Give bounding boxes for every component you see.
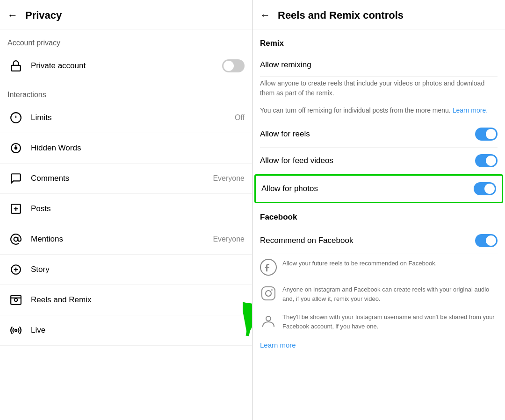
- lock-icon: [7, 57, 24, 74]
- mentions-row[interactable]: Mentions Everyone: [0, 224, 252, 255]
- svg-rect-14: [11, 295, 21, 305]
- recommend-facebook-label: Recommend on Facebook: [260, 236, 475, 245]
- svg-point-6: [14, 147, 18, 150]
- fb-desc3-row: They'll be shown with your Instagram use…: [260, 308, 498, 335]
- story-icon: [7, 261, 24, 278]
- story-label: Story: [31, 265, 245, 274]
- hidden-words-row[interactable]: Hidden Words: [0, 133, 252, 164]
- posts-label: Posts: [31, 204, 245, 214]
- recommend-facebook-row[interactable]: Recommend on Facebook: [260, 228, 498, 254]
- story-row[interactable]: Story: [0, 255, 252, 285]
- reels-icon: [7, 292, 24, 308]
- comments-row[interactable]: Comments Everyone: [0, 164, 252, 194]
- limits-icon: [7, 109, 24, 126]
- svg-rect-20: [262, 287, 275, 300]
- allow-for-photos-toggle[interactable]: [474, 182, 496, 195]
- hidden-words-icon: [7, 140, 24, 157]
- allow-for-photos-label: Allow for photos: [261, 184, 474, 193]
- right-content: Remix Allow remixing Allow anyone to cre…: [252, 29, 505, 355]
- limits-value: Off: [235, 114, 245, 122]
- svg-point-18: [15, 329, 17, 331]
- live-row[interactable]: Live: [0, 315, 252, 346]
- fb-desc2-row: Anyone on Instagram and Facebook can cre…: [260, 280, 498, 308]
- svg-point-22: [271, 289, 273, 291]
- fb-desc2-text: Anyone on Instagram and Facebook can cre…: [282, 285, 498, 303]
- allow-for-feed-videos-label: Allow for feed videos: [260, 156, 475, 165]
- fb-desc1-row: Allow your future reels to be recommende…: [260, 254, 498, 280]
- allow-for-feed-videos-row[interactable]: Allow for feed videos: [260, 148, 498, 174]
- right-panel-title: Reels and Remix controls: [278, 9, 404, 21]
- hidden-words-label: Hidden Words: [31, 143, 245, 153]
- comments-icon: [7, 170, 24, 187]
- posts-row[interactable]: Posts: [0, 194, 252, 224]
- profile-icon: [260, 313, 277, 329]
- back-button-left[interactable]: ←: [7, 9, 18, 21]
- private-account-row[interactable]: Private account: [0, 51, 252, 81]
- green-arrow-icon: [243, 301, 252, 343]
- left-header: ← Privacy: [0, 0, 252, 29]
- fb-desc1-text: Allow your future reels to be recommende…: [282, 259, 498, 268]
- allow-for-photos-row[interactable]: Allow for photos: [254, 174, 503, 203]
- allow-for-reels-toggle[interactable]: [475, 128, 498, 141]
- comments-value: Everyone: [213, 174, 245, 183]
- allow-remixing-row: Allow remixing: [260, 54, 498, 77]
- limits-label: Limits: [31, 113, 235, 122]
- posts-icon: [7, 200, 24, 217]
- allow-remixing-desc1: Allow anyone to create reels that includ…: [260, 77, 498, 104]
- svg-rect-0: [11, 65, 21, 71]
- account-privacy-label: Account privacy: [0, 29, 252, 51]
- live-label: Live: [31, 326, 245, 335]
- limits-row[interactable]: Limits Off: [0, 103, 252, 133]
- fb-desc3-text: They'll be shown with your Instagram use…: [282, 313, 498, 331]
- private-account-toggle[interactable]: [222, 59, 245, 72]
- recommend-facebook-toggle[interactable]: [475, 234, 498, 247]
- mentions-icon: [7, 231, 24, 248]
- svg-point-23: [266, 316, 271, 321]
- live-icon: [7, 322, 24, 339]
- interactions-label: Interactions: [0, 81, 252, 103]
- allow-for-reels-row[interactable]: Allow for reels: [260, 121, 498, 148]
- allow-remixing-label: Allow remixing: [260, 60, 498, 70]
- reels-remix-label: Reels and Remix: [31, 295, 245, 305]
- mentions-value: Everyone: [213, 235, 245, 243]
- reels-remix-row[interactable]: Reels and Remix: [0, 285, 252, 315]
- remix-section-title: Remix: [260, 29, 498, 54]
- right-panel: ← Reels and Remix controls Remix Allow r…: [252, 0, 505, 420]
- left-panel: ← Privacy Account privacy Private accoun…: [0, 0, 252, 420]
- right-header: ← Reels and Remix controls: [252, 0, 505, 29]
- svg-point-21: [266, 291, 271, 296]
- left-panel-title: Privacy: [25, 9, 62, 21]
- mentions-label: Mentions: [31, 235, 213, 244]
- allow-for-reels-label: Allow for reels: [260, 129, 475, 139]
- svg-point-10: [14, 237, 18, 242]
- learn-more-link-remix[interactable]: Learn more.: [453, 107, 488, 114]
- svg-point-15: [14, 299, 18, 302]
- allow-remixing-desc2: You can turn off remixing for individual…: [260, 104, 498, 121]
- allow-for-feed-videos-toggle[interactable]: [475, 154, 498, 167]
- back-button-right[interactable]: ←: [260, 9, 270, 21]
- learn-more-bottom-link[interactable]: Learn more: [260, 335, 498, 355]
- facebook-logo-icon: [260, 259, 277, 276]
- instagram-icon: [260, 285, 277, 302]
- comments-label: Comments: [31, 174, 213, 183]
- private-account-label: Private account: [31, 61, 222, 71]
- facebook-section-title: Facebook: [260, 203, 498, 228]
